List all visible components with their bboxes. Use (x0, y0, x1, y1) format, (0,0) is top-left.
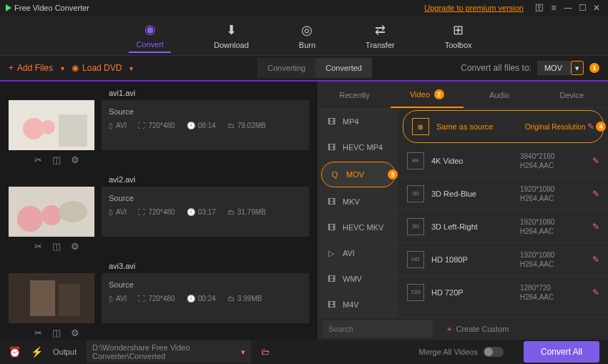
format-m4v[interactable]: 🎞M4V (318, 292, 398, 317)
close-icon[interactable]: ✕ (591, 2, 602, 14)
trim-icon[interactable]: ✂ (34, 154, 42, 165)
tab-transfer[interactable]: ⇄ Transfer (358, 19, 402, 52)
download-icon: ⬇ (226, 22, 237, 38)
edit-icon[interactable]: ✎ (592, 189, 599, 199)
output-format-dropdown[interactable]: MOV ▾ (537, 61, 584, 75)
panel-footer: + Create Custom (318, 317, 608, 340)
clock-icon[interactable]: ⏰ (9, 346, 21, 358)
film-icon: 🎞 (325, 196, 337, 207)
output-path-field[interactable]: D:\Wondershare Free Video Converter\Conv… (87, 340, 251, 363)
tab-converting[interactable]: Converting (258, 58, 315, 78)
format-wmv[interactable]: 🎞WMV (318, 266, 398, 292)
merge-toggle[interactable] (484, 347, 504, 357)
duration-text: 🕘 00:24 (187, 295, 216, 302)
format-avi[interactable]: ▷AVI (318, 240, 398, 266)
file-item: avi2.avi Source ▯ AVI ⛶ 720*480 🕘 03:17 … (9, 172, 309, 252)
transfer-icon: ⇄ (375, 22, 386, 38)
edit-icon[interactable]: ✎ (592, 287, 599, 297)
output-label: Output (53, 348, 77, 356)
panel-tabs: Recently Video 2 Audio Device (318, 82, 608, 109)
format-mkv[interactable]: 🎞MKV (318, 189, 398, 215)
filesize-text: 🗀 79.02MB (227, 122, 266, 129)
tab-converted[interactable]: Converted (315, 58, 372, 78)
gpu-icon[interactable]: ⚡ (31, 346, 43, 358)
svg-point-2 (41, 120, 55, 134)
crop-icon[interactable]: ◫ (52, 328, 61, 338)
video-thumbnail[interactable] (9, 100, 94, 150)
chevron-down-icon[interactable]: ▾ (241, 348, 245, 357)
footer: ⏰ ⚡ Output D:\Wondershare Free Video Con… (0, 340, 608, 364)
panel-tab-audio[interactable]: Audio (464, 82, 536, 108)
crop-icon[interactable]: ◫ (52, 241, 61, 252)
format-column: 🎞MP4 🎞HEVC MP4 QMOV3 🎞MKV 🎞HEVC MKV ▷AVI… (318, 109, 398, 317)
resolution-hd720p[interactable]: 720 HD 720P 1280*720 H264,AAC ✎ (398, 276, 608, 309)
toolbar: + Add Files ▾ ◉ Load DVD ▾ Converting Co… (0, 56, 608, 82)
tab-toolbox[interactable]: ⊞ Toolbox (438, 19, 479, 52)
edit-icon[interactable]: ✎ (592, 156, 599, 166)
format-mov[interactable]: QMOV3 (321, 162, 396, 187)
logo-triangle-icon (6, 4, 11, 11)
duration-text: 🕘 08:14 (187, 122, 216, 129)
edit-icon[interactable]: ✎ (587, 122, 594, 132)
hd-icon: HD (407, 251, 424, 268)
resolution-4k[interactable]: 4K 4K Video 3840*2160 H264,AAC ✎ (398, 144, 608, 177)
minimize-icon[interactable]: — (562, 2, 574, 14)
create-custom-button[interactable]: + Create Custom (447, 325, 509, 333)
svg-point-6 (41, 205, 62, 225)
maximize-icon[interactable]: ☐ (577, 2, 588, 14)
film-icon: 🎞 (325, 273, 337, 285)
settings-icon[interactable]: ⚙ (71, 241, 79, 252)
plus-icon: + (9, 63, 14, 73)
disc-icon: ◉ (72, 63, 79, 73)
resolution-hd1080p[interactable]: HD HD 1080P 1920*1080 H264,AAC ✎ (398, 243, 608, 276)
svg-rect-9 (30, 280, 55, 316)
chevron-down-icon[interactable]: ▾ (571, 61, 584, 75)
step-badge-4: 4 (596, 122, 606, 132)
resolution-3d-redblue[interactable]: 3D 3D Red-Blue 1920*1080 H264,AAC ✎ (398, 177, 608, 210)
plus-icon: + (447, 325, 451, 333)
load-dvd-button[interactable]: ◉ Load DVD ▾ (72, 63, 133, 73)
film-icon: 🎞 (325, 116, 337, 127)
add-files-button[interactable]: + Add Files ▾ (9, 63, 64, 73)
app-logo: Free Video Converter (6, 4, 89, 12)
chevron-down-icon: ▾ (129, 64, 133, 72)
film-icon: 🎞 (325, 299, 337, 310)
format-hevc-mp4[interactable]: 🎞HEVC MP4 (318, 134, 398, 160)
tab-convert[interactable]: ◉ Convert (129, 19, 171, 53)
merge-videos-toggle: Merge All Videos (419, 347, 504, 357)
convert-all-button[interactable]: Convert All (524, 341, 599, 363)
video-thumbnail[interactable] (9, 187, 94, 237)
panel-tab-recently[interactable]: Recently (318, 82, 391, 108)
duration-text: 🕘 03:17 (187, 208, 216, 216)
open-folder-icon[interactable]: 🗁 (261, 347, 270, 357)
file-name: avi2.avi (109, 172, 309, 184)
tab-download[interactable]: ⬇ Download (207, 19, 256, 52)
main-tabs: ◉ Convert ⬇ Download ◎ Burn ⇄ Transfer ⊞… (0, 16, 608, 56)
svg-rect-3 (59, 114, 87, 147)
status-tabs: Converting Converted (258, 58, 372, 78)
trim-icon[interactable]: ✂ (34, 241, 42, 252)
tab-burn[interactable]: ◎ Burn (292, 19, 323, 52)
step-badge-1: 1 (589, 63, 599, 73)
edit-icon[interactable]: ✎ (592, 222, 599, 232)
convert-icon: ◉ (144, 21, 156, 37)
4k-icon: 4K (407, 152, 424, 169)
video-thumbnail[interactable] (9, 273, 94, 323)
settings-icon[interactable]: ⚙ (71, 328, 79, 338)
format-hevc-mkv[interactable]: 🎞HEVC MKV (318, 215, 398, 240)
edit-icon[interactable]: ✎ (592, 255, 599, 265)
resolution-3d-leftright[interactable]: 3D 3D Left-Right 1920*1080 H264,AAC ✎ (398, 210, 608, 243)
search-input[interactable] (323, 320, 433, 338)
crop-icon[interactable]: ◫ (52, 154, 61, 165)
file-list: avi1.avi Source ▯ AVI ⛶ 720*480 🕘 08:14 … (0, 82, 318, 340)
panel-tab-device[interactable]: Device (536, 82, 608, 108)
format-mp4[interactable]: 🎞MP4 (318, 109, 398, 134)
key-icon[interactable]: ⚿ (534, 2, 545, 14)
settings-icon[interactable]: ⚙ (71, 154, 79, 165)
menu-icon[interactable]: ≡ (548, 2, 559, 14)
trim-icon[interactable]: ✂ (34, 328, 42, 338)
resolution-same-as-source[interactable]: ▦ Same as source Original Resolution ✎ 4 (403, 110, 604, 143)
upgrade-link[interactable]: Upgrade to premium version (424, 4, 524, 12)
resolution-text: ⛶ 720*480 (138, 208, 175, 216)
panel-tab-video[interactable]: Video 2 (391, 82, 463, 108)
